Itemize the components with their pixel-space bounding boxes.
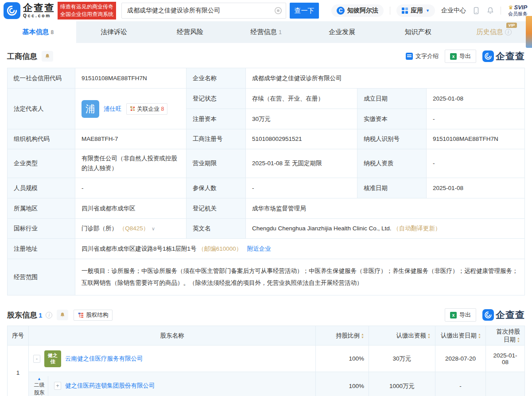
english-name-label: 英文名 [186,219,246,239]
excel-icon: x [450,53,457,60]
credit-code-value: 91510108MAE88TFH7N [75,68,186,89]
col-header-first-date[interactable]: 首次持股日期▲▼ [486,326,525,346]
export-button[interactable]: x 导出 [445,308,476,322]
shareholder-name-cell: ▲ 二级 股东 + 健之佳医药连锁集团股份有限公司 [29,372,316,396]
postcode-text: （邮编610000） [198,245,242,252]
taxpayer-qual-value: - [427,149,525,178]
reg-status-value: 存续（在营、开业、在册） [246,89,357,109]
vip-badge: VIP [506,23,517,28]
divider [501,7,501,15]
apps-menu[interactable]: 应用 ▼ [396,4,435,17]
detail-tabbar: 基本信息8 法律诉讼 经营风险 经营信息1 企业发展 知识产权 VIP 历史信息… [0,21,532,43]
info-icon[interactable]: i [46,312,52,318]
monitor-bell-button[interactable] [57,310,68,320]
insured-value: - [246,178,357,198]
staff-size-label: 人员规模 [8,178,75,198]
text-intro-button[interactable]: 文字介绍 [406,52,439,60]
slogan-banner: 缔造有远见的商业传奇 全国企业信用查询系统 [58,2,116,20]
expand-button[interactable]: + [54,382,61,390]
ratio-value: 100% [316,372,369,396]
enterprise-center-link[interactable]: 企业中心 [441,7,466,15]
bell-icon [44,53,50,59]
qcc-mini-logo-icon [482,50,494,62]
first-date-value: 2025-01-08 [486,346,525,372]
related-companies-badge[interactable]: 关联企业 8 [126,103,168,115]
amount-value: 30万元 [369,346,435,372]
industry-label: 国标行业 [8,219,75,239]
qcc-logo[interactable]: 企查查 Qcc.com [4,2,55,19]
shareholder-row: 1 - 健之 佳 云南健之佳医疗服务有限公司 100% 30万元 2028-07… [8,346,525,372]
monitor-bell-button[interactable] [42,51,53,62]
reg-no-label: 工商注册号 [186,129,246,149]
mobile-app-icon[interactable] [472,7,480,15]
svip-member-service[interactable]: ♛ SVIP 会员服务 [508,4,528,17]
staff-size-value: - [75,178,186,198]
sort-icon[interactable]: ▲▼ [427,333,431,339]
zhibi-alpha-link[interactable]: C 知彼阿尔法 [331,4,384,17]
qcc-watermark-logo: 企查查 [482,50,525,62]
camera-icon[interactable] [274,7,282,15]
industry-value: 门诊部（所） （Q8425） ∨ [75,219,186,239]
sort-icon[interactable]: ▲▼ [361,333,364,339]
address-label: 注册地址 [8,239,75,259]
shareholder-avatar[interactable]: 健之 佳 [44,350,61,367]
notification-bell-icon[interactable] [486,7,494,15]
tab-basic-info[interactable]: 基本信息8 [0,21,76,43]
chevron-down-icon[interactable]: ∨ [151,226,155,231]
company-type-label: 企业类型 [8,149,75,178]
approval-date-value: 2025-01-08 [427,178,525,198]
document-icon [406,53,413,60]
approval-date-label: 核准日期 [357,178,427,198]
row-index: 1 [8,346,29,396]
tab-legal-litigation[interactable]: 法律诉讼 [76,21,152,43]
tab-operation-info[interactable]: 经营信息1 [228,21,304,43]
company-name-label: 企业名称 [186,68,246,89]
legal-rep-avatar[interactable]: 浦 [82,100,99,118]
col-header-date[interactable]: 认缴出资日期▲▼ [435,326,486,346]
tier-arrow-icon: ▲ [37,376,41,381]
tab-operation-risk[interactable]: 经营风险 [152,21,228,43]
tab-intellectual-property[interactable]: 知识产权 [380,21,456,43]
export-button[interactable]: x 导出 [445,50,476,63]
org-code-label: 组织机构代码 [8,129,75,149]
qcc-mini-logo-icon [482,309,494,321]
legal-rep-link[interactable]: 浦仕旺 [104,104,122,114]
reg-capital-value: 30万元 [246,109,357,129]
sort-icon[interactable]: ▲▼ [517,337,520,343]
industry-code-link[interactable]: （Q8425） [119,225,149,232]
qcc-watermark-logo: 企查查 [482,309,525,321]
tab-company-development[interactable]: 企业发展 [304,21,380,43]
taxpayer-qual-label: 纳税人资质 [357,149,427,178]
date-value: - [435,372,486,396]
auto-translate-link[interactable]: （自动翻译更新） [393,225,441,232]
shareholder-link[interactable]: 云南健之佳医疗服务有限公司 [65,355,143,363]
logo-subtext: Qcc.com [23,14,55,18]
insured-label: 参保人数 [186,178,246,198]
business-scope-value: 一般项目：诊所服务；中医诊所服务（须在中医主管部门备案后方可从事经营活动）；中医… [75,259,525,295]
search-button[interactable]: 查一下 [290,3,319,19]
paid-capital-value: - [427,109,525,129]
sort-icon[interactable]: ▲▼ [478,333,481,339]
section-title-business: 工商信息 [7,51,37,62]
ratio-value: 100% [316,346,369,372]
tab-history-info[interactable]: VIP 历史信息 i [456,21,532,43]
bell-icon [59,312,66,318]
col-header-ratio[interactable]: 持股比例▲▼ [316,326,369,346]
company-name-value: 成都成华健之佳健设诊所有限公司 [246,68,525,89]
shareholder-subrow: ▲ 二级 股东 + 健之佳医药连锁集团股份有限公司 100% 1000万元 - [8,372,525,396]
nearby-companies-link[interactable]: 附近企业 [247,245,271,252]
equity-structure-button[interactable]: 股权结构 [74,310,113,321]
region-label: 所属地区 [8,198,75,219]
collapse-button[interactable]: - [33,355,40,363]
col-header-amount[interactable]: 认缴出资额▲▼ [369,326,435,346]
apps-grid-icon [402,8,408,14]
section-title-shareholders: 股东信息 [7,310,37,320]
shareholder-link[interactable]: 健之佳医药连锁集团股份有限公司 [65,382,155,390]
amount-value: 1000万元 [369,372,435,396]
excel-icon: x [450,312,457,318]
reg-capital-label: 注册资本 [186,109,246,129]
divider [390,7,390,15]
info-icon[interactable]: i [505,29,512,35]
shareholder-name-cell: - 健之 佳 云南健之佳医疗服务有限公司 [29,346,316,372]
search-input[interactable]: 成都成华健之佳健设诊所有限公司 [121,3,286,19]
